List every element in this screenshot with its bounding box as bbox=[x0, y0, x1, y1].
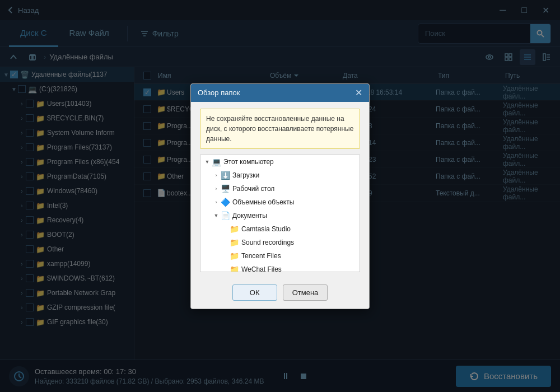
modal-overlay: Обзор папок ✕ Не сохраняйте восстановлен… bbox=[0, 0, 560, 392]
arrow-docs: ▼ bbox=[212, 213, 221, 218]
modal-ok-button[interactable]: ОК bbox=[232, 284, 277, 301]
modal-tree-item-tencent[interactable]: 📁 Tencent Files bbox=[200, 249, 360, 263]
modal-footer: ОК Отмена bbox=[191, 279, 369, 309]
modal-body: Не сохраняйте восстановленные данные на … bbox=[191, 102, 369, 279]
label-camtasia: Camtasia Studio bbox=[241, 225, 357, 233]
arrow-downloads: › bbox=[212, 172, 221, 178]
modal-tree-item-docs[interactable]: ▼ 📄 Документы bbox=[200, 209, 360, 222]
icon-docs: 📄 bbox=[221, 211, 230, 220]
icon-desktop: 🖥️ bbox=[221, 184, 230, 193]
modal-tree-item-desktop[interactable]: › 🖥️ Рабочий стол bbox=[200, 182, 360, 195]
icon-camtasia: 📁 bbox=[230, 225, 239, 234]
browse-folder-modal: Обзор папок ✕ Не сохраняйте восстановлен… bbox=[190, 83, 370, 309]
label-sound: Sound recordings bbox=[241, 239, 357, 246]
arrow-3d: › bbox=[212, 199, 221, 205]
modal-title: Обзор папок bbox=[198, 88, 240, 97]
label-downloads: Загрузки bbox=[232, 171, 357, 179]
arrow-computer: ▼ bbox=[203, 159, 212, 165]
modal-tree-item-computer[interactable]: ▼ 💻 Этот компьютер bbox=[200, 155, 360, 169]
modal-tree-item-sound[interactable]: 📁 Sound recordings bbox=[200, 236, 360, 249]
label-wechat: WeChat Files bbox=[241, 265, 357, 272]
modal-title-bar: Обзор папок ✕ bbox=[191, 84, 369, 102]
label-computer: Этот компьютер bbox=[223, 158, 357, 166]
label-3d: Объемные объекты bbox=[232, 198, 357, 206]
icon-sound: 📁 bbox=[230, 238, 239, 247]
modal-tree-item-wechat[interactable]: 📁 WeChat Files bbox=[200, 263, 360, 272]
icon-downloads: ⬇️ bbox=[221, 171, 230, 180]
label-docs: Документы bbox=[232, 212, 357, 220]
modal-close-button[interactable]: ✕ bbox=[355, 87, 362, 98]
modal-cancel-button[interactable]: Отмена bbox=[283, 284, 328, 301]
modal-warning: Не сохраняйте восстановленные данные на … bbox=[200, 109, 360, 149]
label-tencent: Tencent Files bbox=[241, 252, 357, 260]
icon-wechat: 📁 bbox=[230, 265, 239, 272]
icon-computer: 💻 bbox=[212, 157, 221, 166]
icon-tencent: 📁 bbox=[230, 251, 239, 260]
modal-tree: ▼ 💻 Этот компьютер › ⬇️ Загрузки › 🖥️ Ра… bbox=[200, 155, 360, 272]
icon-3d: 🔷 bbox=[221, 198, 230, 207]
arrow-desktop: › bbox=[212, 186, 221, 192]
modal-tree-item-downloads[interactable]: › ⬇️ Загрузки bbox=[200, 169, 360, 182]
label-desktop: Рабочий стол bbox=[232, 185, 357, 193]
modal-tree-item-camtasia[interactable]: 📁 Camtasia Studio bbox=[200, 222, 360, 236]
modal-tree-item-3d[interactable]: › 🔷 Объемные объекты bbox=[200, 195, 360, 209]
